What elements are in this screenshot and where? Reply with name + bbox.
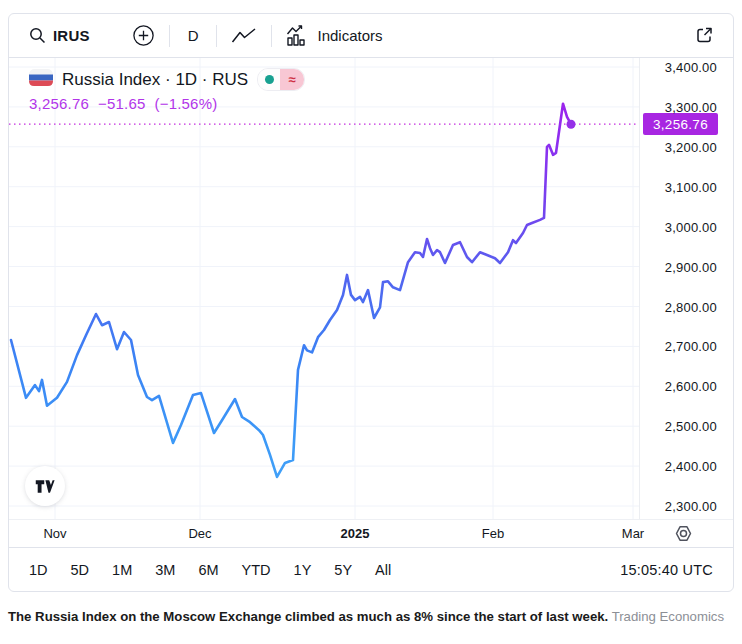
range-tab-5y[interactable]: 5Y	[334, 562, 352, 578]
time-axis-label: Feb	[482, 526, 504, 541]
clock-utc: 15:05:40 UTC	[620, 562, 713, 578]
chart-area[interactable]: Russia Index · 1D · RUS ≈ 3,256.76 −51.6…	[9, 58, 733, 519]
time-axis[interactable]: NovDec2025FebMar	[9, 519, 733, 547]
toolbar-separator	[216, 25, 217, 47]
range-tab-6m[interactable]: 6M	[198, 562, 218, 578]
symbol-label: IRUS	[53, 27, 90, 44]
expand-button[interactable]	[694, 25, 715, 46]
legend-price-row: 3,256.76 −51.65 (−1.56%)	[29, 95, 305, 112]
time-axis-label: Dec	[188, 526, 211, 541]
russia-flag-icon	[29, 69, 53, 90]
interval-button[interactable]: D	[184, 27, 203, 44]
delayed-data-icon: ≈	[280, 69, 304, 90]
time-axis-label: Mar	[622, 526, 644, 541]
legend-change: −51.65	[98, 95, 146, 112]
market-open-dot-icon	[265, 75, 274, 84]
price-line-chart	[9, 58, 639, 519]
price-axis-label: 3,000.00	[665, 219, 717, 234]
symbol-search-button[interactable]: IRUS	[29, 27, 90, 44]
range-tab-5d[interactable]: 5D	[71, 562, 90, 578]
range-tab-1y[interactable]: 1Y	[294, 562, 312, 578]
toolbar-separator	[271, 25, 272, 47]
caption-source-link[interactable]: Trading Economics	[612, 609, 724, 624]
range-tab-ytd[interactable]: YTD	[242, 562, 271, 578]
chart-plot[interactable]: Russia Index · 1D · RUS ≈ 3,256.76 −51.6…	[9, 58, 639, 519]
add-symbol-button[interactable]	[132, 24, 155, 47]
indicators-button[interactable]: Indicators	[286, 25, 382, 46]
price-axis-label: 2,500.00	[665, 419, 717, 434]
range-toolbar: 1D 5D 1M 3M 6M YTD 1Y 5Y All 15:05:40 UT…	[9, 547, 733, 592]
range-tab-1d[interactable]: 1D	[29, 562, 48, 578]
price-axis-label: 3,100.00	[665, 179, 717, 194]
range-tab-all[interactable]: All	[375, 562, 391, 578]
caption: The Russia Index on the Moscow Exchange …	[8, 608, 734, 625]
tradingview-logo[interactable]	[25, 466, 65, 506]
chart-type-button[interactable]	[231, 27, 257, 45]
market-status-badge[interactable]: ≈	[257, 68, 305, 91]
toolbar-separator	[169, 25, 170, 47]
price-axis-label: 2,900.00	[665, 259, 717, 274]
price-axis-label: 2,600.00	[665, 379, 717, 394]
price-axis-label: 3,400.00	[665, 60, 717, 75]
indicators-label: Indicators	[317, 27, 382, 44]
price-axis-label: 3,300.00	[665, 99, 717, 114]
chart-widget: IRUS D	[8, 13, 734, 592]
last-price-tag: 3,256.76	[643, 113, 718, 135]
price-axis-label: 2,700.00	[665, 339, 717, 354]
indicators-icon	[286, 25, 309, 46]
legend-last-price: 3,256.76	[29, 95, 89, 112]
top-toolbar: IRUS D	[9, 14, 733, 58]
range-tab-1m[interactable]: 1M	[112, 562, 132, 578]
caption-text: The Russia Index on the Moscow Exchange …	[8, 609, 608, 624]
time-axis-label: Nov	[43, 526, 66, 541]
search-icon	[29, 27, 46, 44]
range-tab-3m[interactable]: 3M	[155, 562, 175, 578]
price-axis-label: 3,200.00	[665, 139, 717, 154]
price-axis-label: 2,400.00	[665, 459, 717, 474]
time-axis-label: 2025	[341, 526, 370, 541]
legend-title[interactable]: Russia Index · 1D · RUS	[62, 70, 248, 90]
price-axis-label: 2,800.00	[665, 299, 717, 314]
price-axis[interactable]: 3,256.76 3,400.003,300.003,200.003,100.0…	[639, 58, 733, 519]
legend: Russia Index · 1D · RUS ≈ 3,256.76 −51.6…	[29, 68, 305, 112]
settings-icon[interactable]	[673, 523, 694, 547]
legend-change-pct: (−1.56%)	[155, 95, 218, 112]
price-axis-label: 2,300.00	[665, 499, 717, 514]
